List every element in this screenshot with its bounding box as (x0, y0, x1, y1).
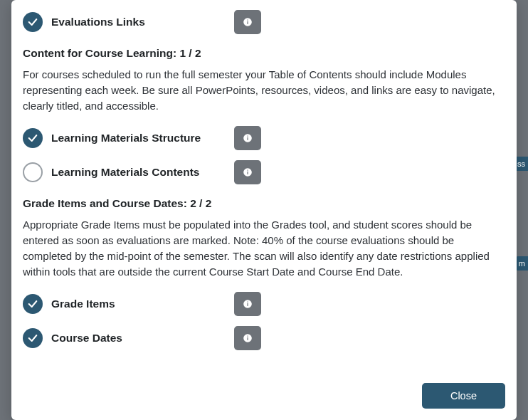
svg-rect-4 (247, 137, 248, 140)
modal-footer: Close (23, 373, 505, 409)
info-button[interactable] (234, 292, 261, 316)
info-button[interactable] (234, 10, 261, 34)
section-description-learning: For courses scheduled to run the full se… (23, 67, 505, 113)
checklist-item-grade-items: Grade Items (23, 292, 505, 316)
checklist-item-learning-contents: Learning Materials Contents (23, 160, 505, 184)
section-description-grades: Appropriate Grade Items must be populate… (23, 217, 505, 279)
checklist-item-learning-structure: Learning Materials Structure (23, 126, 505, 150)
checklist-item-label: Learning Materials Contents (51, 166, 226, 179)
svg-rect-8 (247, 170, 248, 171)
info-button[interactable] (234, 160, 261, 184)
svg-rect-7 (247, 172, 248, 174)
info-button[interactable] (234, 326, 261, 350)
svg-rect-1 (247, 21, 248, 24)
unchecked-circle-icon (23, 162, 43, 182)
checklist-item-course-dates: Course Dates (23, 326, 505, 350)
svg-rect-2 (247, 20, 248, 21)
checklist-modal: Evaluations Links Content for Course Lea… (11, 0, 517, 420)
svg-rect-11 (247, 302, 248, 303)
checkmark-icon (23, 328, 43, 348)
svg-rect-13 (247, 337, 248, 340)
checkmark-icon (23, 128, 43, 148)
section-heading-learning: Content for Course Learning: 1 / 2 (23, 47, 505, 60)
checklist-item-label: Grade Items (51, 298, 226, 310)
modal-body: Evaluations Links Content for Course Lea… (23, 10, 505, 373)
section-heading-grades: Grade Items and Course Dates: 2 / 2 (23, 197, 505, 210)
checklist-item-evaluations-links: Evaluations Links (23, 10, 505, 34)
checklist-item-label: Learning Materials Structure (51, 132, 226, 145)
info-button[interactable] (234, 126, 261, 150)
checkmark-icon (23, 294, 43, 314)
checkmark-icon (23, 12, 43, 32)
svg-rect-10 (247, 303, 248, 306)
svg-rect-5 (247, 136, 248, 137)
checklist-item-label: Evaluations Links (51, 16, 226, 28)
svg-rect-14 (247, 336, 248, 337)
checklist-item-label: Course Dates (51, 332, 226, 345)
close-button[interactable]: Close (422, 383, 505, 409)
